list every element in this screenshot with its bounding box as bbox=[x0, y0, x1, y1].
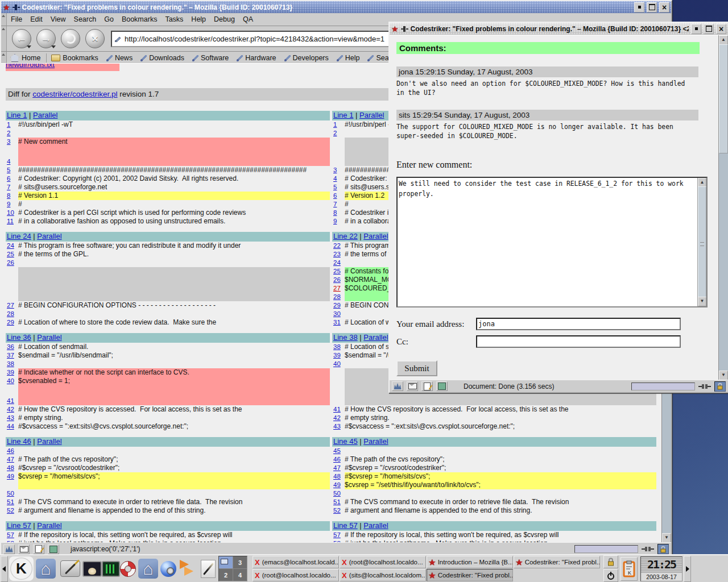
email-input[interactable] bbox=[476, 318, 681, 330]
bookmark-item-home[interactable]: Home bbox=[7, 52, 45, 64]
web-globe-icon[interactable] bbox=[160, 561, 176, 577]
menu-tasks[interactable]: Tasks bbox=[161, 14, 187, 25]
line-number-link[interactable]: 24 bbox=[6, 242, 18, 250]
menu-debug[interactable]: Debug bbox=[210, 14, 239, 25]
quill-editor-icon[interactable] bbox=[201, 560, 216, 578]
line-number-link[interactable]: 42 bbox=[332, 414, 345, 422]
menu-go[interactable]: Go bbox=[100, 14, 118, 25]
menu-edit[interactable]: Edit bbox=[26, 14, 47, 25]
line-number-link[interactable]: 50 bbox=[6, 489, 18, 498]
panel-hide-left-button[interactable] bbox=[1, 556, 8, 582]
line-number-link[interactable]: 3 bbox=[332, 166, 345, 174]
line-number-link[interactable]: 40 bbox=[6, 377, 18, 385]
parallel-link[interactable]: Parallel bbox=[363, 232, 388, 240]
line-number-link[interactable]: 51 bbox=[332, 498, 345, 506]
help-lifering-icon[interactable] bbox=[120, 561, 136, 577]
line-number-link[interactable]: 40 bbox=[332, 360, 345, 368]
task-button[interactable]: Introduction – Mozilla {B... bbox=[427, 556, 513, 568]
line-number-link[interactable]: 29 bbox=[6, 318, 18, 327]
submit-button[interactable]: Submit bbox=[396, 360, 437, 376]
line-number-link[interactable]: 44 bbox=[6, 422, 18, 431]
logout-button[interactable] bbox=[603, 569, 618, 582]
minimize-button[interactable] bbox=[634, 2, 644, 13]
bookmark-item-bookmarks[interactable]: Bookmarks bbox=[48, 52, 103, 64]
line-number-link[interactable]: 51 bbox=[6, 498, 18, 506]
parallel-link[interactable]: Parallel bbox=[363, 521, 388, 530]
pager-desktop-3[interactable]: 3 bbox=[233, 556, 247, 568]
desktop-pager[interactable]: 234 bbox=[218, 556, 247, 581]
panel-clock[interactable]: 21:25 2003-08-17 bbox=[640, 556, 682, 581]
line-anchor-link[interactable]: Line 46 bbox=[7, 437, 31, 446]
line-anchor-link[interactable]: Line 45 bbox=[333, 437, 358, 446]
line-number-link[interactable]: 7 bbox=[332, 200, 345, 209]
line-anchor-link[interactable]: Line 1 bbox=[7, 111, 27, 119]
task-button[interactable]: (root@localhost.localdo... bbox=[253, 569, 339, 581]
line-number-link[interactable]: 49 bbox=[332, 481, 345, 489]
menu-file[interactable]: File bbox=[7, 14, 26, 25]
line-number-link[interactable]: 25 bbox=[332, 267, 345, 276]
line-number-link[interactable]: 42 bbox=[6, 405, 18, 414]
line-number-link[interactable]: 23 bbox=[332, 250, 345, 259]
bookmark-item-news[interactable]: News bbox=[103, 52, 137, 64]
line-number-link[interactable]: 28 bbox=[332, 293, 345, 301]
scroll-down-button[interactable] bbox=[719, 371, 728, 380]
toolbar-grippy[interactable] bbox=[1, 52, 7, 64]
klipper-clipboard-icon[interactable]: K bbox=[621, 557, 638, 581]
menu-search[interactable]: Search bbox=[70, 14, 101, 25]
line-number-link[interactable]: 3 bbox=[6, 138, 18, 146]
line-anchor-link[interactable]: Line 57 bbox=[333, 521, 358, 530]
line-number-link[interactable]: 6 bbox=[332, 192, 345, 200]
scrollbar-thumb[interactable] bbox=[698, 186, 706, 298]
offline-plug-icon[interactable] bbox=[642, 546, 654, 552]
line-number-link[interactable]: 57 bbox=[6, 531, 18, 539]
line-number-link[interactable]: 39 bbox=[332, 351, 345, 360]
line-number-link[interactable]: 47 bbox=[332, 464, 345, 472]
line-number-link[interactable]: 48 bbox=[332, 472, 345, 481]
main-title-bar[interactable]: ★ Codestriker: "Fixed problems in colour… bbox=[1, 1, 671, 13]
bookmark-item-downloads[interactable]: Downloads bbox=[137, 52, 189, 64]
line-number-link[interactable]: 24 bbox=[332, 259, 345, 267]
navigator-component-icon[interactable] bbox=[392, 381, 403, 391]
line-number-link[interactable]: 47 bbox=[6, 455, 18, 464]
navigator-component-icon[interactable] bbox=[3, 544, 15, 554]
line-number-link[interactable]: 46 bbox=[6, 447, 18, 455]
line-number-link[interactable]: 30 bbox=[332, 310, 345, 318]
line-number-link[interactable]: 27 bbox=[332, 284, 345, 293]
line-number-link[interactable]: 6 bbox=[6, 174, 18, 183]
diff-file-link[interactable]: codestriker/codestriker.pl bbox=[32, 90, 117, 98]
line-number-link[interactable]: 43 bbox=[332, 422, 345, 431]
maximize-button[interactable] bbox=[704, 24, 714, 34]
comments-vertical-scrollbar[interactable] bbox=[718, 35, 728, 380]
composer-component-icon[interactable] bbox=[33, 544, 44, 554]
forward-button[interactable]: → bbox=[36, 29, 56, 48]
lock-screen-button[interactable] bbox=[603, 555, 618, 568]
stop-button[interactable]: × bbox=[85, 29, 105, 48]
line-number-link[interactable]: 43 bbox=[6, 414, 18, 422]
line-number-link[interactable]: 37 bbox=[6, 351, 18, 360]
line-anchor-link[interactable]: Line 57 bbox=[7, 521, 31, 530]
new-comment-text[interactable]: We still need to consider the test case … bbox=[399, 178, 697, 306]
line-number-link[interactable]: 4 bbox=[6, 157, 18, 166]
line-number-link[interactable]: 10 bbox=[6, 209, 18, 217]
parallel-link[interactable]: Parallel bbox=[37, 437, 61, 446]
line-number-link[interactable]: 5 bbox=[6, 166, 18, 174]
line-number-link[interactable]: 1 bbox=[332, 120, 345, 129]
menu-qa[interactable]: QA bbox=[239, 14, 257, 25]
line-number-link[interactable]: 50 bbox=[332, 489, 345, 498]
home-folder-icon[interactable] bbox=[36, 559, 56, 579]
toolbar-grippy[interactable] bbox=[1, 13, 7, 26]
mail-origami-icon[interactable] bbox=[176, 556, 201, 581]
pager-desktop-2[interactable]: 2 bbox=[219, 569, 233, 581]
pager-desktop-4[interactable]: 4 bbox=[233, 569, 247, 581]
composer-component-icon[interactable] bbox=[421, 381, 433, 391]
line-number-link[interactable]: 2 bbox=[332, 129, 345, 138]
parallel-link[interactable]: Parallel bbox=[363, 437, 388, 446]
line-number-link[interactable]: 9 bbox=[332, 217, 345, 226]
menu-bookmarks[interactable]: Bookmarks bbox=[118, 14, 162, 25]
line-number-link[interactable]: 25 bbox=[6, 250, 18, 259]
line-number-link[interactable]: 28 bbox=[6, 310, 18, 318]
reload-button[interactable] bbox=[61, 29, 80, 48]
line-number-link[interactable]: 1 bbox=[6, 120, 18, 129]
minimize-button[interactable] bbox=[691, 24, 701, 34]
menu-help[interactable]: Help bbox=[187, 14, 210, 25]
